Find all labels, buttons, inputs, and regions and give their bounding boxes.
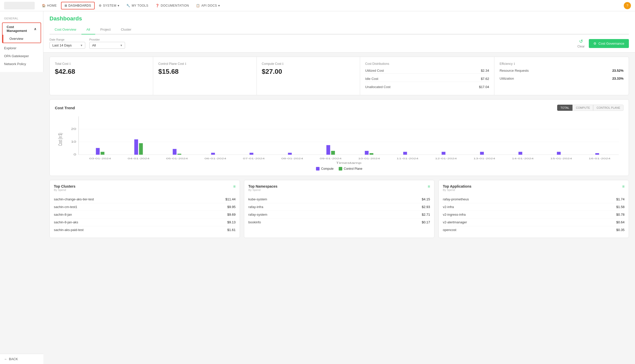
table-row: sachin-8-jan$9.69 xyxy=(54,211,236,219)
svg-rect-37 xyxy=(557,152,561,155)
toggle-control-plane[interactable]: CONTROL PLANE xyxy=(593,105,624,111)
chart-area: Cost (in $) 0 10 20 03-01-202404-01-2024… xyxy=(55,114,624,165)
gear-icon: ⚙ xyxy=(99,4,102,7)
clear-button[interactable]: ↺ Clear xyxy=(577,39,585,48)
api-icon: 📋 xyxy=(196,4,200,7)
table-row: sachin-change-aks-tier-test$11.44 xyxy=(54,196,236,203)
cost-governance-button[interactable]: ⚙ Cost Governance xyxy=(589,39,629,48)
svg-text:04-01-2024: 04-01-2024 xyxy=(128,157,150,160)
sidebar-item-explorer[interactable]: Explorer xyxy=(0,44,43,52)
tab-all[interactable]: All xyxy=(81,25,95,34)
chart-legend: Compute Control Plane xyxy=(55,167,624,171)
svg-text:16-01-2024: 16-01-2024 xyxy=(589,157,610,160)
top-namespaces-subtitle: By Spend xyxy=(248,188,277,191)
sidebar: General Cost Management ∧ Overview Explo… xyxy=(0,11,43,72)
info-icon-efficiency[interactable]: ℹ xyxy=(514,62,515,66)
table-row: sachin-8-jan-aks$9.13 xyxy=(54,219,236,226)
chevron-up-icon: ∧ xyxy=(34,27,36,31)
svg-rect-14 xyxy=(173,149,177,155)
svg-text:Timestamp: Timestamp xyxy=(336,161,361,164)
svg-rect-12 xyxy=(139,143,143,155)
svg-text:10: 10 xyxy=(71,140,76,143)
svg-text:12-01-2024: 12-01-2024 xyxy=(435,157,457,160)
table-row: rafay-prometheus$1.74 xyxy=(443,196,625,203)
svg-rect-35 xyxy=(518,152,522,155)
date-range-select[interactable]: Last 14 Days ▾ xyxy=(50,42,85,49)
tab-cost-overview[interactable]: Cost Overview xyxy=(50,25,81,34)
back-button[interactable]: ← BACK xyxy=(0,354,43,364)
cost-trend-section: Cost Trend TOTAL COMPUTE CONTROL PLANE C… xyxy=(50,99,629,176)
tab-project[interactable]: Project xyxy=(95,25,116,34)
sidebar-item-network[interactable]: Network Policy xyxy=(0,60,43,68)
svg-rect-8 xyxy=(96,148,100,155)
resource-requests-row: Resource Requests 23.52% xyxy=(499,68,624,74)
svg-rect-17 xyxy=(211,153,215,155)
toggle-compute[interactable]: COMPUTE xyxy=(572,105,593,111)
top-navigation: 🏠 HOME ⊞ DASHBOARDS ⚙ SYSTEM ▾ 🔧 MY TOOL… xyxy=(0,0,635,11)
table-row: v2-infra$1.58 xyxy=(443,203,625,211)
list-icon-clusters: ≡ xyxy=(233,184,236,189)
idle-cost-row: Idle Cost $7.62 xyxy=(365,76,489,82)
top-clusters-list: sachin-change-aks-tier-test$11.44sachin-… xyxy=(54,196,236,234)
stats-cards: Total Cost ℹ $42.68 Control Plane Cost ℹ… xyxy=(50,57,629,95)
svg-text:15-01-2024: 15-01-2024 xyxy=(550,157,572,160)
sidebar-item-opa[interactable]: OPA Gatekeeper xyxy=(0,52,43,60)
nav-system[interactable]: ⚙ SYSTEM ▾ xyxy=(96,2,122,9)
list-icon-namespaces: ≡ xyxy=(428,184,430,189)
sidebar-cost-management[interactable]: Cost Management ∧ xyxy=(3,23,41,35)
wrench-icon: 🔧 xyxy=(126,4,130,7)
top-namespaces-card: Top Namespaces By Spend ≡ kube-system$4.… xyxy=(244,180,434,238)
dashboard-icon: ⊞ xyxy=(65,4,67,7)
svg-text:13-01-2024: 13-01-2024 xyxy=(473,157,495,160)
bottom-tables: Top Clusters By Spend ≡ sachin-change-ak… xyxy=(50,180,629,238)
svg-text:20: 20 xyxy=(71,128,76,130)
svg-text:07-01-2024: 07-01-2024 xyxy=(243,157,265,160)
info-icon-cp[interactable]: ℹ xyxy=(185,62,186,66)
nav-home[interactable]: 🏠 HOME xyxy=(39,2,60,9)
control-plane-cost-card: Control Plane Cost ℹ $15.68 xyxy=(153,57,256,95)
top-clusters-title: Top Clusters xyxy=(54,184,76,188)
top-applications-title: Top Applications xyxy=(443,184,471,188)
nav-my-tools[interactable]: 🔧 MY TOOLS xyxy=(123,2,151,9)
svg-rect-15 xyxy=(177,154,181,155)
table-row: opencost$0.35 xyxy=(443,226,625,234)
main-content: Dashboards Cost Overview All Project Clu… xyxy=(43,11,635,364)
svg-text:Cost (in $): Cost (in $) xyxy=(57,133,63,146)
nav-dashboards[interactable]: ⊞ DASHBOARDS xyxy=(61,2,95,9)
info-icon-total[interactable]: ℹ xyxy=(69,62,71,66)
home-icon: 🏠 xyxy=(42,4,46,7)
svg-text:10-01-2024: 10-01-2024 xyxy=(358,157,380,160)
nav-api-docs[interactable]: 📋 API DOCS ▾ xyxy=(193,2,223,9)
sidebar-item-overview[interactable]: Overview xyxy=(3,35,41,43)
svg-rect-33 xyxy=(480,152,484,155)
unallocated-cost-row: Unallocated Cost $17.04 xyxy=(365,84,489,90)
filter-bar: Date Range Last 14 Days ▾ Provider All ▾… xyxy=(43,34,635,53)
table-row: v2-alertmanager$0.64 xyxy=(443,219,625,226)
svg-rect-24 xyxy=(331,151,335,155)
chart-svg: Cost (in $) 0 10 20 03-01-202404-01-2024… xyxy=(55,114,624,165)
svg-rect-19 xyxy=(250,153,253,155)
list-icon-applications: ≡ xyxy=(622,184,625,189)
efficiency-card: Efficiency ℹ Resource Requests 23.52% Ut… xyxy=(494,57,629,95)
svg-text:09-01-2024: 09-01-2024 xyxy=(320,157,342,160)
chevron-down-provider: ▾ xyxy=(120,43,122,47)
tab-cluster[interactable]: Cluster xyxy=(116,25,136,34)
top-applications-card: Top Applications By Spend ≡ rafay-promet… xyxy=(438,180,629,238)
help-button[interactable]: ? xyxy=(624,2,631,9)
provider-select[interactable]: All ▾ xyxy=(89,42,125,49)
svg-text:03-01-2024: 03-01-2024 xyxy=(89,157,111,160)
svg-rect-39 xyxy=(595,153,599,155)
svg-rect-29 xyxy=(403,152,407,155)
svg-text:08-01-2024: 08-01-2024 xyxy=(281,157,303,160)
svg-rect-11 xyxy=(134,139,138,155)
compute-cost-card: Compute Cost ℹ $27.00 xyxy=(257,57,360,95)
sidebar-general-label: General xyxy=(0,15,43,21)
table-row: v2-ingress-infra$0.78 xyxy=(443,211,625,219)
top-applications-list: rafay-prometheus$1.74v2-infra$1.58v2-ing… xyxy=(443,196,625,234)
top-applications-subtitle: By Spend xyxy=(443,188,471,191)
nav-documentation[interactable]: ❓ DOCUMENTATION xyxy=(152,2,192,9)
info-icon-compute[interactable]: ℹ xyxy=(282,62,284,66)
svg-text:06-01-2024: 06-01-2024 xyxy=(204,157,226,160)
svg-rect-31 xyxy=(442,152,445,155)
toggle-total[interactable]: TOTAL xyxy=(557,105,572,111)
